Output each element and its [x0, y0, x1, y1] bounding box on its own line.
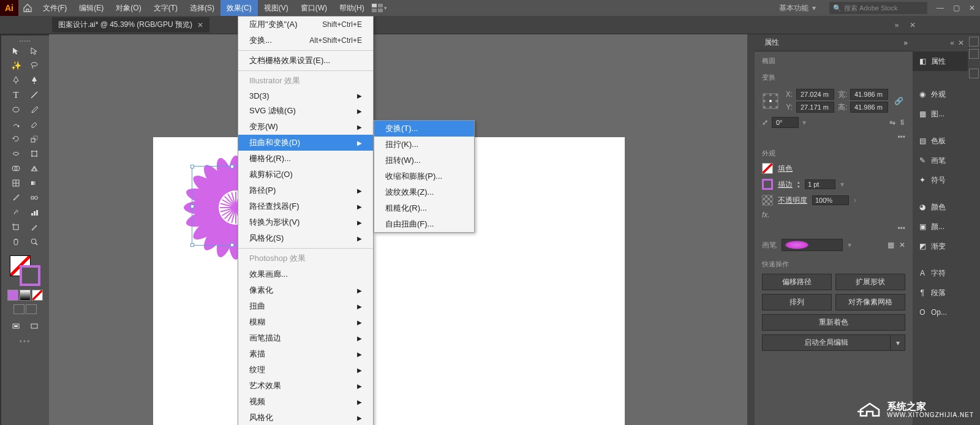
- zoom-tool[interactable]: [25, 235, 43, 249]
- fill-stroke-swatch[interactable]: [10, 255, 40, 286]
- flip-vertical-icon[interactable]: ⥮: [899, 118, 905, 127]
- hand-tool[interactable]: [7, 235, 25, 249]
- fill-label[interactable]: 填色: [778, 164, 793, 174]
- artboard-tool[interactable]: [7, 220, 25, 235]
- direct-selection-tool[interactable]: [25, 43, 43, 58]
- global-edit-dropdown[interactable]: ▾: [891, 334, 905, 351]
- screen-mode-icon[interactable]: [7, 319, 25, 334]
- menu-item[interactable]: 裁剪标记(O): [238, 167, 373, 182]
- draw-normal-icon[interactable]: [13, 304, 24, 314]
- blend-tool[interactable]: [25, 190, 43, 205]
- submenu-item[interactable]: 扭转(W)...: [374, 152, 474, 168]
- width-input[interactable]: [850, 89, 888, 100]
- eraser-tool[interactable]: [25, 117, 43, 132]
- panel-close-icon[interactable]: ✕: [958, 39, 964, 47]
- edge-button-2[interactable]: [969, 49, 979, 59]
- menu-item[interactable]: 扭曲和变换(D)▶: [238, 135, 373, 151]
- gradient-mode-icon[interactable]: [20, 290, 31, 301]
- scale-tool[interactable]: [25, 132, 43, 146]
- stroke-weight-dropdown[interactable]: ▾: [840, 180, 844, 189]
- stroke-weight-input[interactable]: [805, 179, 835, 189]
- mesh-tool[interactable]: [7, 176, 25, 190]
- menu-item[interactable]: 文档栅格效果设置(E)...: [238, 53, 373, 69]
- type-tool[interactable]: T: [7, 88, 25, 102]
- width-tool[interactable]: [7, 146, 25, 161]
- panel-collapse-icon[interactable]: »: [891, 19, 903, 31]
- panel-divider[interactable]: [747, 34, 755, 425]
- panel-icon-opentype[interactable]: OOp...: [913, 303, 968, 322]
- angle-input[interactable]: [772, 117, 799, 128]
- perspective-grid-tool[interactable]: [25, 161, 43, 176]
- panel-icon-swatches[interactable]: ▤色板: [913, 131, 968, 151]
- curvature-tool[interactable]: [25, 73, 43, 88]
- menu-item[interactable]: 纹理▶: [238, 362, 373, 378]
- maximize-button[interactable]: ▢: [948, 0, 964, 16]
- symbol-sprayer-tool[interactable]: [7, 205, 25, 220]
- height-input[interactable]: [850, 102, 888, 113]
- panel-close-icon[interactable]: ✕: [907, 19, 919, 31]
- panel-collapse-icon[interactable]: »: [903, 39, 908, 47]
- menu-item[interactable]: 应用"变换"(A)Shift+Ctrl+E: [238, 17, 373, 32]
- opacity-swatch-icon[interactable]: [762, 195, 773, 206]
- selection-tool[interactable]: [7, 43, 25, 58]
- close-button[interactable]: ✕: [964, 0, 980, 16]
- pen-tool[interactable]: [7, 73, 25, 88]
- brush-options-icon[interactable]: ▦: [888, 241, 894, 249]
- panel-icon-symbols[interactable]: ✦符号: [913, 170, 968, 190]
- panel-collapse-icon[interactable]: «: [950, 39, 954, 47]
- home-icon[interactable]: [18, 0, 37, 16]
- column-graph-tool[interactable]: [25, 205, 43, 220]
- offset-path-button[interactable]: 偏移路径: [762, 274, 832, 290]
- menu-item[interactable]: 扭曲▶: [238, 298, 373, 314]
- recolor-button[interactable]: 重新着色: [762, 314, 905, 331]
- menu-item[interactable]: 风格化▶: [238, 410, 373, 425]
- menu-item[interactable]: 画笔描边▶: [238, 330, 373, 346]
- submenu-item[interactable]: 粗糙化(R)...: [374, 200, 474, 216]
- arrange-button[interactable]: 排列: [762, 294, 832, 310]
- minimize-button[interactable]: —: [932, 0, 948, 16]
- menu-item[interactable]: 像素化▶: [238, 282, 373, 298]
- none-mode-icon[interactable]: [32, 290, 43, 301]
- submenu-item[interactable]: 自由扭曲(F)...: [374, 216, 474, 232]
- stroke-stepper[interactable]: ▴▾: [797, 180, 800, 189]
- menu-item-0[interactable]: 文件(F): [37, 0, 73, 16]
- edit-toolbar-icon[interactable]: •••: [20, 337, 31, 346]
- submenu-item[interactable]: 扭拧(K)...: [374, 137, 474, 152]
- color-mode-icon[interactable]: [7, 290, 18, 301]
- menu-item[interactable]: 栅格化(R)...: [238, 151, 373, 167]
- screen-mode-2-icon[interactable]: [25, 319, 43, 334]
- menu-item[interactable]: SVG 滤镜(G)▶: [238, 103, 373, 119]
- menu-item-5[interactable]: 效果(C): [221, 0, 258, 16]
- panel-icon-brushes[interactable]: ✎画笔: [913, 151, 968, 170]
- menu-item[interactable]: 路径(P)▶: [238, 182, 373, 198]
- menu-item[interactable]: 变换...Alt+Shift+Ctrl+E: [238, 32, 373, 48]
- x-input[interactable]: [796, 89, 834, 100]
- opacity-dropdown[interactable]: ›: [854, 196, 856, 205]
- lasso-tool[interactable]: [25, 58, 43, 73]
- menu-item-8[interactable]: 帮助(H): [333, 0, 371, 16]
- stroke-swatch[interactable]: [20, 265, 40, 286]
- shaper-tool[interactable]: [7, 117, 25, 132]
- panel-icon-character[interactable]: A字符: [913, 263, 968, 283]
- menu-item[interactable]: 3D(3)▶: [238, 89, 373, 103]
- line-segment-tool[interactable]: [25, 88, 43, 102]
- edge-button-1[interactable]: [969, 37, 979, 47]
- opacity-input[interactable]: [812, 195, 849, 205]
- appearance-more-icon[interactable]: •••: [755, 222, 913, 235]
- menu-item[interactable]: 变形(W)▶: [238, 119, 373, 135]
- brush-dropdown-icon[interactable]: ▾: [848, 241, 851, 249]
- global-edit-button[interactable]: 启动全局编辑: [762, 334, 891, 351]
- document-tab[interactable]: 图案设计.ai* @ 45.39% (RGB/GPU 预览) ✕: [52, 17, 209, 32]
- eyedropper-tool[interactable]: [7, 190, 25, 205]
- panel-icon-appearance[interactable]: ◉外观: [913, 85, 968, 104]
- stock-search-input[interactable]: 🔍 搜索 Adobe Stock: [829, 2, 927, 14]
- menu-item-2[interactable]: 对象(O): [110, 0, 147, 16]
- gradient-tool[interactable]: [25, 176, 43, 190]
- menu-item[interactable]: 素描▶: [238, 346, 373, 362]
- menu-item-7[interactable]: 窗口(W): [295, 0, 333, 16]
- menu-item-3[interactable]: 文字(T): [148, 0, 184, 16]
- brush-preview[interactable]: [782, 239, 843, 251]
- draw-behind-icon[interactable]: [26, 304, 37, 314]
- panel-icon-paragraph[interactable]: ¶段落: [913, 283, 968, 303]
- menu-item-1[interactable]: 编辑(E): [73, 0, 110, 16]
